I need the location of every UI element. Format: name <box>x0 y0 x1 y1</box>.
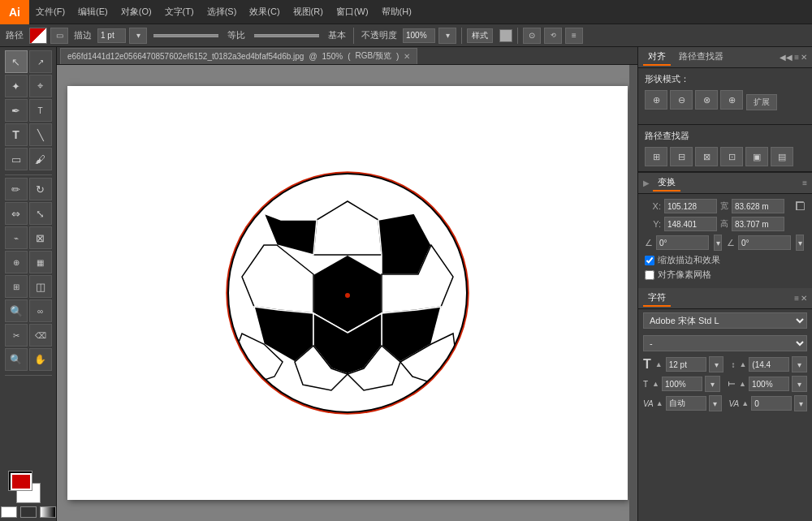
panel-menu-2[interactable]: ≡ <box>802 179 807 187</box>
kerning-dropdown[interactable]: ▾ <box>794 395 807 411</box>
slice-tool[interactable]: ✂ <box>5 324 28 347</box>
tracking-dropdown[interactable]: ▾ <box>709 395 722 411</box>
align-checkbox[interactable] <box>645 270 654 280</box>
paintbrush-tool[interactable]: 🖌 <box>29 148 52 170</box>
h-input[interactable] <box>732 217 784 231</box>
options-btn1[interactable]: ⊙ <box>523 28 541 44</box>
line-tool[interactable]: ╲ <box>29 123 52 146</box>
pf-btn-5[interactable]: ▣ <box>745 147 768 166</box>
menu-effect[interactable]: 效果(C) <box>243 0 286 24</box>
style-button[interactable]: 样式 <box>467 28 493 43</box>
vertical-scrollbar[interactable] <box>629 65 637 521</box>
zoom-tool[interactable]: 🔍 <box>5 348 28 371</box>
document-tab[interactable]: e66fd1441d12e0566470857602ef6152_t0182a3… <box>60 48 417 64</box>
select-tool[interactable]: ↖ <box>5 50 28 73</box>
pencil-tool[interactable]: ✏ <box>5 178 28 200</box>
tab-pathfinder[interactable]: 路径查找器 <box>674 49 728 66</box>
kerning-input[interactable] <box>751 396 792 411</box>
stroke-color-btn[interactable] <box>29 28 47 44</box>
opacity-input[interactable] <box>403 28 435 43</box>
close-panel[interactable]: ✕ <box>801 53 807 62</box>
direct-select-tool[interactable]: ↗ <box>29 50 52 73</box>
angle1-dropdown[interactable]: ▾ <box>714 235 722 251</box>
font-size-dropdown[interactable]: ▾ <box>709 356 724 372</box>
eyedropper-tool[interactable]: 🔍 <box>5 299 28 322</box>
angle1-input[interactable] <box>656 235 709 250</box>
column-graph-tool[interactable]: ▦ <box>29 251 52 273</box>
magic-wand-tool[interactable]: ✦ <box>5 75 28 97</box>
mesh-tool[interactable]: ⊞ <box>5 275 28 298</box>
mirror-tool[interactable]: ⇔ <box>5 202 28 225</box>
gradient-indicator[interactable] <box>40 506 56 518</box>
stroke-indicator[interactable] <box>20 506 37 518</box>
fill-indicator[interactable] <box>1 506 17 518</box>
menu-file[interactable]: 文件(F) <box>29 0 71 24</box>
tab-transform[interactable]: 变换 <box>653 174 680 192</box>
eraser-tool[interactable]: ⌫ <box>29 324 52 347</box>
stroke-type-btn[interactable]: ▭ <box>50 28 68 44</box>
scale-checkbox[interactable] <box>645 256 654 265</box>
options-btn2[interactable]: ≡ <box>565 28 583 44</box>
stroke-width-input[interactable] <box>97 28 126 43</box>
blend-tool[interactable]: ∞ <box>29 299 52 322</box>
add-anchor-tool[interactable]: T <box>29 99 52 122</box>
hand-tool[interactable]: ✋ <box>29 348 52 371</box>
angle2-input[interactable] <box>738 235 791 250</box>
close-char[interactable]: ✕ <box>801 294 807 303</box>
warp-tool[interactable]: ⌁ <box>5 226 28 249</box>
angle2-dropdown[interactable]: ▾ <box>796 235 804 251</box>
gradient-tool[interactable]: ◫ <box>29 275 52 298</box>
pf-btn-6[interactable]: ▤ <box>771 147 793 166</box>
menu-text[interactable]: 文字(T) <box>158 0 201 24</box>
tracking-input[interactable] <box>666 396 706 411</box>
opacity-dropdown[interactable]: ▾ <box>438 28 456 44</box>
pf-btn-1[interactable]: ⊞ <box>645 147 667 166</box>
canvas-content[interactable] <box>57 65 637 521</box>
minus-btn[interactable]: ⊖ <box>670 90 693 110</box>
tab-close-btn[interactable]: ✕ <box>404 52 410 61</box>
font-size-input[interactable] <box>666 357 706 372</box>
intersect-btn[interactable]: ⊗ <box>695 90 718 110</box>
scale-tool[interactable]: ⤡ <box>29 202 52 225</box>
font-family-select[interactable]: Adobe 宋体 Std L <box>643 312 807 329</box>
leading-dropdown[interactable]: ▾ <box>792 356 807 372</box>
arrow-prev[interactable]: ◀◀ <box>780 53 793 62</box>
tab-character[interactable]: 字符 <box>643 290 671 307</box>
menu-select[interactable]: 选择(S) <box>201 0 244 24</box>
fg-color[interactable] <box>8 471 32 491</box>
free-transform-tool[interactable]: ⊠ <box>29 226 52 249</box>
menu-help[interactable]: 帮助(H) <box>375 0 418 24</box>
rotate-tool[interactable]: ↻ <box>29 178 52 200</box>
pf-btn-4[interactable]: ⊡ <box>720 147 743 166</box>
y-input[interactable] <box>664 217 717 231</box>
color-box[interactable] <box>499 29 512 42</box>
transform-icon[interactable]: ⟲ <box>544 28 562 44</box>
leading-input[interactable] <box>749 357 789 372</box>
pf-btn-2[interactable]: ⊟ <box>670 147 693 166</box>
menu-edit[interactable]: 编辑(E) <box>71 0 114 24</box>
menu-object[interactable]: 对象(O) <box>114 0 158 24</box>
tab-align[interactable]: 对齐 <box>643 49 671 66</box>
font-style-select[interactable]: - <box>643 335 807 351</box>
v-scale-input[interactable] <box>749 377 789 391</box>
type-tool[interactable]: T <box>5 123 28 146</box>
symbol-tool[interactable]: ⊕ <box>5 251 28 273</box>
h-scale-dropdown[interactable]: ▾ <box>705 376 720 392</box>
panel-menu-3[interactable]: ≡ <box>794 294 799 303</box>
menu-view[interactable]: 视图(R) <box>287 0 330 24</box>
rect-tool[interactable]: ▭ <box>5 148 28 170</box>
link-icon[interactable]: ⧠ <box>794 200 806 213</box>
x-input[interactable] <box>664 199 717 213</box>
pf-btn-3[interactable]: ⊠ <box>695 147 718 166</box>
w-input[interactable] <box>732 199 784 213</box>
stroke-width-dropdown[interactable]: ▾ <box>129 28 147 44</box>
exclude-btn[interactable]: ⊕ <box>720 90 743 110</box>
pen-tool[interactable]: ✒ <box>5 99 28 122</box>
h-scale-input[interactable] <box>662 377 702 391</box>
v-scale-dropdown[interactable]: ▾ <box>792 376 807 392</box>
expand-button[interactable]: 扩展 <box>746 94 777 110</box>
unite-btn[interactable]: ⊕ <box>645 90 667 110</box>
panel-menu[interactable]: ≡ <box>794 53 799 62</box>
menu-window[interactable]: 窗口(W) <box>330 0 375 24</box>
lasso-tool[interactable]: ⌖ <box>29 75 52 97</box>
